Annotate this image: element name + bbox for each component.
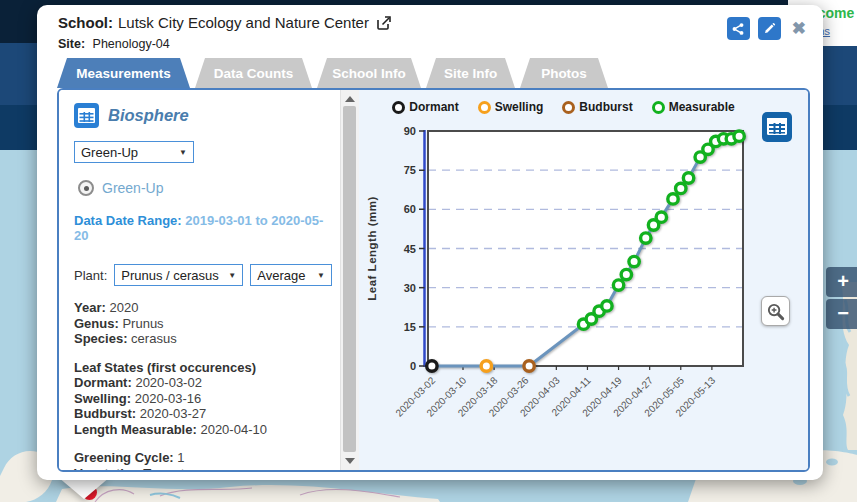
data-table-icon [74,103,99,128]
legend-item-swelling: Swelling [478,100,544,114]
plant-details: Year: 2020 Genus: Prunus Species: cerasu… [74,300,332,347]
leaf-states-title: Leaf States (first occurences) [74,360,332,376]
detail-genus: Genus: Prunus [74,316,332,332]
chevron-down-icon: ▼ [179,148,187,157]
dormant-marker-icon [392,101,405,114]
modal-pointer-tail [58,477,110,499]
protocol-select-value: Green-Up [81,145,138,160]
svg-text:60: 60 [404,203,416,215]
modal-title: School: Lutsk City Ecology and Nature Ce… [58,14,392,31]
site-name: Phenology-04 [93,37,170,51]
legend-item-budburst: Budburst [562,100,632,114]
leaf-states: Leaf States (first occurences) Dormant: … [74,360,332,438]
aggregate-select[interactable]: Average ▼ [250,264,332,286]
site-popup-modal: School: Lutsk City Ecology and Nature Ce… [37,5,823,480]
plant-select[interactable]: Prunus / cerasus ▼ [114,264,243,286]
plant-row: Plant: Prunus / cerasus ▼ Average ▼ [74,264,332,286]
protocol-select[interactable]: Green-Up ▼ [74,141,194,163]
school-name: Lutsk City Ecology and Nature Center [118,14,369,31]
tab-site-info[interactable]: Site Info [426,58,515,88]
external-link-icon[interactable] [376,15,392,31]
svg-text:15: 15 [404,321,416,333]
budburst-marker-icon [562,101,575,114]
greenup-radio-row: Green-Up [78,180,332,196]
tab-measurements[interactable]: Measurements [57,58,190,88]
swelling-marker-icon [478,101,491,114]
table-icon [766,116,788,138]
svg-text:45: 45 [404,243,416,255]
sidebar-scrollbar[interactable] [340,90,359,470]
greenup-radio[interactable] [78,180,94,196]
chart-zoom-button[interactable] [761,296,790,326]
edit-pencil-button[interactable] [758,17,781,40]
svg-text:90: 90 [404,125,416,137]
tab-bar: Measurements Data Counts School Info Sit… [57,58,608,88]
svg-text:0: 0 [410,360,416,372]
chevron-down-icon: ▼ [317,271,325,280]
show-data-table-button[interactable] [762,112,792,142]
biosphere-title: Biosphere [108,106,189,125]
svg-text:75: 75 [404,164,416,176]
date-range-label: Data Date Range: [74,213,182,228]
legend-item-dormant: Dormant [392,100,458,114]
measurements-panel: Biosphere Green-Up ▼ Green-Up Data Date … [57,88,810,472]
tab-photos[interactable]: Photos [520,58,608,88]
school-label: School: [58,14,113,31]
close-icon[interactable]: ✖ [792,20,806,37]
map-zoom-in-button[interactable]: + [826,267,857,297]
extra-details: Greening Cycle: 1 Vegetation Type: tree … [74,450,332,472]
site-subtitle: Site: Phenology-04 [58,37,170,51]
plant-label: Plant: [74,268,107,283]
leaf-state-dormant: Dormant: 2020-03-02 [74,375,332,391]
leaf-state-budburst: Budburst: 2020-03-27 [74,406,332,422]
date-range: Data Date Range: 2019-03-01 to 2020-05-2… [74,213,332,243]
detail-vegetation-type: Vegetation Type: tree [74,466,332,473]
scrollbar-thumb[interactable] [343,106,356,452]
tab-school-info[interactable]: School Info [317,58,421,88]
scroll-down-arrow-icon[interactable] [345,458,355,464]
map-zoom-out-button[interactable]: − [826,299,857,329]
legend-item-measurable: Measurable [652,100,735,114]
leaf-length-chart: 01530456075902020-03-022020-03-102020-03… [363,116,808,456]
leaf-state-swelling: Swelling: 2020-03-16 [74,391,332,407]
leaf-state-measurable: Length Measurable: 2020-04-10 [74,422,332,438]
plant-select-value: Prunus / cerasus [121,268,219,283]
aggregate-select-value: Average [257,268,305,283]
share-button[interactable] [727,17,750,40]
biosphere-header: Biosphere [74,103,332,128]
svg-text:Leaf Length (mm): Leaf Length (mm) [366,196,378,300]
chevron-down-icon: ▼ [228,271,236,280]
svg-text:30: 30 [404,282,416,294]
detail-greening-cycle: Greening Cycle: 1 [74,450,332,466]
chart-legend: Dormant Swelling Budburst Measurable [359,100,768,114]
detail-year: Year: 2020 [74,300,332,316]
chart-pane: Dormant Swelling Budburst Measurable 015… [359,90,808,470]
scroll-up-arrow-icon[interactable] [345,96,355,102]
greenup-radio-label: Green-Up [102,180,163,196]
detail-species: Species: cerasus [74,331,332,347]
tab-data-counts[interactable]: Data Counts [195,58,312,88]
modal-toolbar: ✖ [727,17,806,40]
site-label: Site: [58,37,85,51]
measurable-marker-icon [652,101,665,114]
magnifier-plus-icon [766,302,785,321]
sidebar: Biosphere Green-Up ▼ Green-Up Data Date … [59,90,340,470]
